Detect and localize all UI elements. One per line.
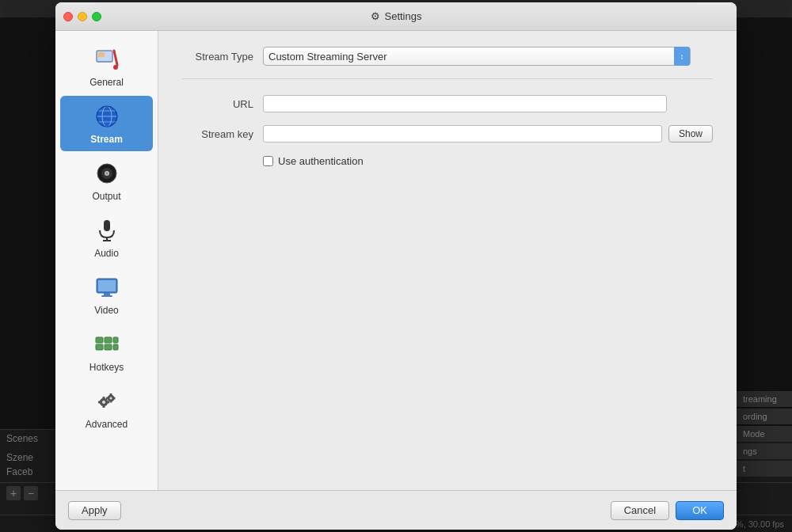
sidebar-label-output: Output: [92, 191, 120, 202]
svg-rect-31: [102, 405, 105, 408]
svg-line-3: [114, 51, 117, 65]
svg-rect-38: [106, 397, 109, 400]
select-arrow-icon: ↕: [674, 47, 690, 66]
sidebar-item-hotkeys[interactable]: Hotkeys: [60, 324, 153, 379]
ok-button[interactable]: OK: [676, 501, 724, 520]
apply-button[interactable]: Apply: [68, 501, 121, 520]
stream-key-row: Stream key Show: [182, 125, 713, 142]
svg-point-29: [102, 401, 105, 404]
svg-rect-2: [98, 52, 105, 57]
settings-body: General Str: [55, 31, 737, 490]
settings-title-text: Settings: [385, 10, 422, 22]
sidebar: General Str: [55, 31, 158, 490]
svg-rect-30: [102, 397, 105, 399]
content-area: Stream Type Custom Streaming Server ↕ UR…: [158, 31, 737, 490]
stream-type-select[interactable]: Custom Streaming Server ↕: [263, 47, 691, 66]
video-icon: [93, 273, 121, 302]
show-key-button[interactable]: Show: [668, 125, 713, 142]
svg-rect-36: [109, 393, 112, 396]
settings-footer: Apply Cancel OK: [55, 490, 737, 530]
settings-titlebar: ⚙ Settings: [55, 2, 737, 31]
close-button[interactable]: [63, 12, 73, 21]
svg-rect-20: [104, 293, 110, 295]
svg-rect-32: [98, 401, 101, 404]
hotkeys-icon: [93, 330, 121, 359]
sidebar-item-advanced[interactable]: Advanced: [60, 381, 153, 436]
sidebar-label-video: Video: [94, 305, 118, 316]
settings-gear-icon: ⚙: [371, 10, 380, 22]
svg-rect-37: [109, 401, 112, 403]
sidebar-label-stream: Stream: [90, 134, 123, 145]
url-input[interactable]: [263, 95, 667, 112]
sidebar-label-hotkeys: Hotkeys: [89, 362, 124, 373]
svg-rect-23: [105, 337, 112, 343]
stream-key-input[interactable]: [263, 125, 662, 142]
svg-rect-22: [96, 337, 103, 343]
sidebar-item-stream[interactable]: Stream: [60, 96, 153, 151]
svg-rect-25: [96, 344, 103, 350]
stream-type-row: Stream Type Custom Streaming Server ↕: [182, 47, 713, 66]
cancel-button[interactable]: Cancel: [611, 501, 669, 520]
stream-key-label: Stream key: [182, 128, 253, 140]
svg-point-4: [113, 65, 118, 70]
svg-rect-21: [101, 295, 112, 297]
divider: [182, 78, 713, 79]
general-icon: [93, 45, 121, 74]
svg-rect-39: [113, 397, 116, 400]
use-auth-row: Use authentication: [263, 155, 713, 167]
stream-type-label: Stream Type: [182, 51, 253, 63]
sidebar-item-video[interactable]: Video: [60, 267, 153, 322]
svg-rect-24: [113, 337, 118, 343]
use-auth-label: Use authentication: [278, 155, 364, 167]
svg-point-14: [105, 173, 108, 175]
url-row: URL: [182, 95, 713, 112]
sidebar-item-general[interactable]: General: [60, 39, 153, 94]
svg-rect-27: [113, 344, 118, 350]
modal-overlay: ⚙ Settings: [0, 0, 792, 532]
output-icon: [93, 159, 121, 188]
advanced-icon: [93, 387, 121, 416]
traffic-lights: [63, 12, 101, 21]
svg-rect-33: [107, 401, 109, 404]
settings-window: ⚙ Settings: [55, 2, 737, 530]
sidebar-item-output[interactable]: Output: [60, 153, 153, 208]
footer-right-buttons: Cancel OK: [611, 501, 724, 520]
stream-type-value: Custom Streaming Server: [268, 51, 387, 63]
sidebar-label-advanced: Advanced: [86, 419, 128, 430]
sidebar-label-general: General: [89, 77, 124, 88]
sidebar-item-audio[interactable]: Audio: [60, 210, 153, 265]
use-auth-checkbox[interactable]: [263, 156, 273, 166]
url-label: URL: [182, 98, 253, 110]
svg-point-35: [109, 397, 112, 400]
stream-icon: [93, 102, 121, 131]
settings-title: ⚙ Settings: [371, 10, 422, 22]
sidebar-label-audio: Audio: [94, 248, 119, 259]
svg-rect-15: [104, 220, 110, 231]
minimize-button[interactable]: [78, 12, 87, 21]
audio-icon: [93, 216, 121, 245]
svg-rect-19: [98, 280, 116, 291]
svg-rect-26: [105, 344, 112, 350]
maximize-button[interactable]: [92, 12, 101, 21]
